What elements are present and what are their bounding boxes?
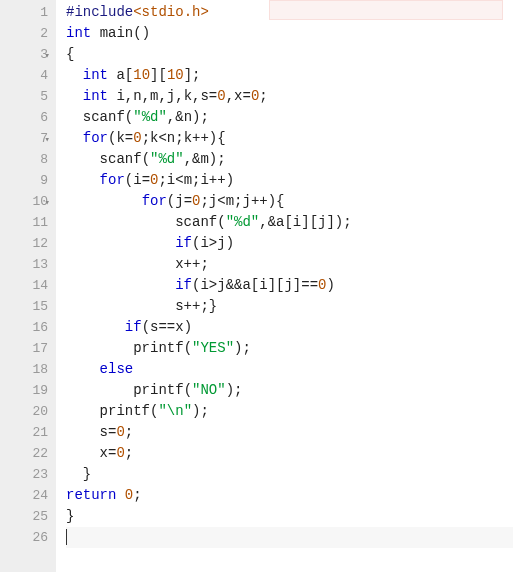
token: ); — [234, 340, 251, 356]
token — [91, 25, 99, 41]
token: "NO" — [192, 382, 226, 398]
line-number[interactable]: 15 — [0, 296, 48, 317]
code-line[interactable]: return 0; — [66, 485, 513, 506]
line-number[interactable]: 9 — [0, 170, 48, 191]
token: printf — [133, 340, 183, 356]
token — [66, 109, 83, 125]
token — [66, 319, 125, 335]
token: ,&n); — [167, 109, 209, 125]
line-number[interactable]: 17 — [0, 338, 48, 359]
token: ( — [184, 382, 192, 398]
token: for — [142, 193, 167, 209]
line-number[interactable]: 20 — [0, 401, 48, 422]
line-number[interactable]: 24 — [0, 485, 48, 506]
code-editor[interactable]: 123▾4567▾8910▾11121314151617181920212223… — [0, 0, 513, 572]
code-line[interactable]: printf("NO"); — [66, 380, 513, 401]
token: 10 — [133, 67, 150, 83]
code-line[interactable]: printf("YES"); — [66, 338, 513, 359]
code-line[interactable]: scanf("%d",&n); — [66, 107, 513, 128]
line-number[interactable]: 5 — [0, 86, 48, 107]
code-area[interactable]: #include<stdio.h>int main(){ int a[10][1… — [56, 0, 513, 572]
code-line[interactable]: int a[10][10]; — [66, 65, 513, 86]
line-number[interactable]: 14 — [0, 275, 48, 296]
code-line[interactable]: { — [66, 44, 513, 65]
token: for — [83, 130, 108, 146]
code-line[interactable]: if(s==x) — [66, 317, 513, 338]
token: 10 — [167, 67, 184, 83]
token: ); — [192, 403, 209, 419]
token: (i>j&&a[i][j]== — [192, 277, 318, 293]
line-number[interactable]: 25 — [0, 506, 48, 527]
line-number[interactable]: 10▾ — [0, 191, 48, 212]
code-line[interactable]: if(i>j) — [66, 233, 513, 254]
token: if — [175, 235, 192, 251]
token: (j= — [167, 193, 192, 209]
fold-toggle-icon[interactable]: ▾ — [45, 46, 50, 67]
token: a[ — [108, 67, 133, 83]
token: ( — [184, 340, 192, 356]
code-line[interactable]: scanf("%d",&m); — [66, 149, 513, 170]
token: "%d" — [226, 214, 260, 230]
token: x= — [66, 445, 116, 461]
code-line[interactable]: s++;} — [66, 296, 513, 317]
line-number[interactable]: 13 — [0, 254, 48, 275]
code-line[interactable]: printf("\n"); — [66, 401, 513, 422]
token: i,n,m,j,k,s= — [108, 88, 217, 104]
code-line[interactable]: x++; — [66, 254, 513, 275]
token: printf — [100, 403, 150, 419]
token: "%d" — [150, 151, 184, 167]
line-number[interactable]: 7▾ — [0, 128, 48, 149]
token: ( — [142, 151, 150, 167]
token: #include — [66, 4, 133, 20]
line-number[interactable]: 4 — [0, 65, 48, 86]
line-number[interactable]: 6 — [0, 107, 48, 128]
line-number[interactable]: 16 — [0, 317, 48, 338]
line-number[interactable]: 2 — [0, 23, 48, 44]
line-number[interactable]: 1 — [0, 2, 48, 23]
code-line[interactable]: for(i=0;i<m;i++) — [66, 170, 513, 191]
token: { — [66, 46, 74, 62]
code-line[interactable]: for(k=0;k<n;k++){ — [66, 128, 513, 149]
line-number[interactable]: 26 — [0, 527, 48, 548]
line-number[interactable]: 23 — [0, 464, 48, 485]
text-cursor — [66, 529, 67, 545]
line-number[interactable]: 18 — [0, 359, 48, 380]
code-line[interactable]: else — [66, 359, 513, 380]
token: ( — [125, 109, 133, 125]
token — [66, 235, 175, 251]
token — [66, 382, 133, 398]
code-line[interactable]: int main() — [66, 23, 513, 44]
line-number[interactable]: 19 — [0, 380, 48, 401]
fold-toggle-icon[interactable]: ▾ — [45, 193, 50, 214]
token: scanf — [83, 109, 125, 125]
token: (i>j) — [192, 235, 234, 251]
code-line[interactable] — [66, 527, 513, 548]
token: if — [175, 277, 192, 293]
code-line[interactable]: int i,n,m,j,k,s=0,x=0; — [66, 86, 513, 107]
token — [66, 172, 100, 188]
code-line[interactable]: for(j=0;j<m;j++){ — [66, 191, 513, 212]
token — [66, 193, 142, 209]
line-number[interactable]: 12 — [0, 233, 48, 254]
token: int — [83, 88, 108, 104]
token: ;i<m;i++) — [158, 172, 234, 188]
code-line[interactable]: scanf("%d",&a[i][j]); — [66, 212, 513, 233]
line-gutter[interactable]: 123▾4567▾8910▾11121314151617181920212223… — [0, 0, 56, 572]
token: ); — [226, 382, 243, 398]
fold-toggle-icon[interactable]: ▾ — [45, 130, 50, 151]
token: 0 — [217, 88, 225, 104]
code-line[interactable]: if(i>j&&a[i][j]==0) — [66, 275, 513, 296]
code-line[interactable]: x=0; — [66, 443, 513, 464]
token: ,&m); — [184, 151, 226, 167]
token: ; — [133, 487, 141, 503]
line-number[interactable]: 22 — [0, 443, 48, 464]
token — [66, 403, 100, 419]
line-number[interactable]: 3▾ — [0, 44, 48, 65]
code-line[interactable]: s=0; — [66, 422, 513, 443]
line-number[interactable]: 21 — [0, 422, 48, 443]
line-number[interactable]: 8 — [0, 149, 48, 170]
token: ; — [125, 445, 133, 461]
line-number[interactable]: 11 — [0, 212, 48, 233]
code-line[interactable]: } — [66, 506, 513, 527]
code-line[interactable]: } — [66, 464, 513, 485]
